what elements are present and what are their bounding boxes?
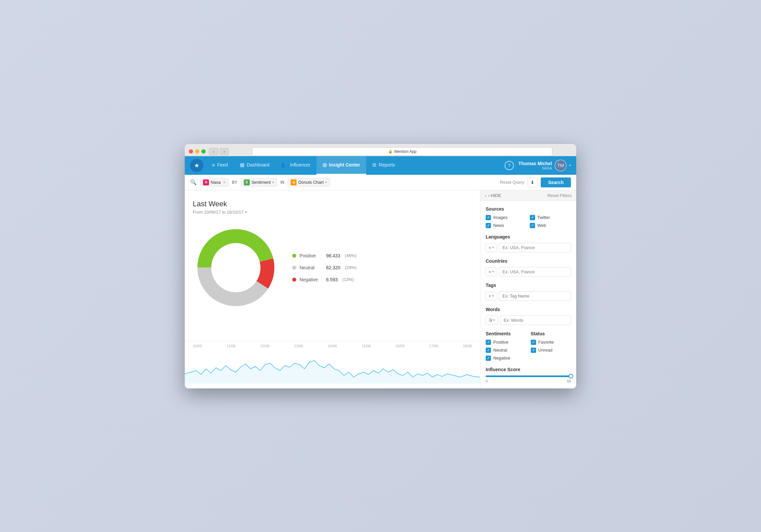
influence-score-title: Influence Score <box>486 367 571 372</box>
nav-item-label: Dashboard <box>247 162 270 167</box>
nasa-badge: N <box>203 179 209 185</box>
sources-checkboxes: Images Twitter News <box>486 215 571 228</box>
query-tag-nasa[interactable]: N Nasa × <box>200 178 229 187</box>
period-range[interactable]: From 10/06/17 to 18/10/17 ▾ <box>193 210 472 215</box>
address-text: Mention App <box>394 149 417 154</box>
reset-query-button[interactable]: Reset Query <box>500 180 524 185</box>
tags-input[interactable] <box>499 291 571 301</box>
date-6: 16/06 <box>395 344 405 348</box>
neutral-dot <box>292 266 296 270</box>
reset-filters-button[interactable]: Reset Filters <box>547 193 572 198</box>
words-input[interactable] <box>500 315 571 325</box>
status-unread[interactable]: Unread <box>531 348 571 353</box>
languages-section: Languages = ▾ <box>486 234 571 252</box>
hide-button[interactable]: › › HIDE <box>485 193 501 198</box>
nasa-label: Nasa <box>211 180 221 185</box>
web-checkbox[interactable] <box>530 223 535 228</box>
nav-item-label: Insight Center <box>329 162 360 167</box>
source-news[interactable]: News <box>486 223 527 228</box>
period-title: Last Week <box>193 200 472 208</box>
sentiments-status-row: Sentiments Positive Neutral <box>486 331 571 361</box>
status-favorite[interactable]: Favorite <box>531 340 571 345</box>
sentiment-positive-checkbox[interactable] <box>486 340 491 345</box>
nasa-close-icon[interactable]: × <box>223 180 226 185</box>
tags-op[interactable]: = ▾ <box>486 292 497 300</box>
address-bar[interactable]: 🔒 Mention App <box>252 147 552 156</box>
back-button[interactable]: ‹ <box>209 148 218 155</box>
words-op-arrow-icon: ▾ <box>493 318 495 322</box>
source-web[interactable]: Web <box>530 223 571 228</box>
nav-item-insight-center[interactable]: ◎ Insight Center <box>316 156 366 175</box>
countries-input[interactable] <box>499 267 571 277</box>
status-checkboxes: Favorite Unread <box>531 340 571 353</box>
timeline-chart <box>185 351 480 388</box>
source-images[interactable]: Images <box>486 215 527 220</box>
nav-item-influencer[interactable]: 👥 Influencer <box>275 156 316 175</box>
positive-label: Positive <box>300 253 323 258</box>
favorite-label: Favorite <box>538 340 554 345</box>
help-button[interactable]: ? <box>505 161 514 170</box>
query-tag-donuts-chart[interactable]: ◎ Donuts Chart ▾ <box>288 178 330 187</box>
positive-value: 98.433 <box>326 253 340 258</box>
influencer-icon: 👥 <box>281 162 288 168</box>
maximize-button[interactable] <box>201 149 206 154</box>
nav-right: ? Thomas Michel NASA TM ▾ <box>505 160 571 171</box>
slider-labels: 0 68 <box>486 379 571 383</box>
download-button[interactable]: ⬇ <box>527 177 537 187</box>
favorite-checkbox[interactable] <box>531 340 536 345</box>
sentiment-neutral[interactable]: Neutral <box>486 348 526 353</box>
search-icon[interactable]: 🔍 <box>190 179 197 185</box>
nav-item-dashboard[interactable]: ▦ Dashboard <box>234 156 276 175</box>
sentiment-label: Sentiment <box>251 180 271 185</box>
user-info[interactable]: Thomas Michel NASA TM ▾ <box>519 160 571 171</box>
slider-thumb[interactable] <box>569 374 573 378</box>
query-in-label: IN <box>280 180 284 185</box>
sentiment-negative-checkbox[interactable] <box>486 356 491 361</box>
tags-op-label: = <box>489 294 491 299</box>
images-checkbox[interactable] <box>486 215 491 220</box>
news-checkbox[interactable] <box>486 223 491 228</box>
hide-bar: › › HIDE Reset Filters <box>480 190 576 201</box>
traffic-lights <box>189 149 206 154</box>
tags-row: = ▾ <box>486 291 571 301</box>
right-panel: › › HIDE Reset Filters Sources Images <box>480 190 576 388</box>
timeline-area: 10/06 11/06 12/06 13/06 14/06 15/06 16/0… <box>185 341 480 388</box>
browser-nav-buttons: ‹ › <box>209 148 229 155</box>
close-button[interactable] <box>189 149 193 154</box>
chart-section: Last Week From 10/06/17 to 18/10/17 ▾ <box>185 190 480 388</box>
date-7: 17/06 <box>429 344 439 348</box>
user-text: Thomas Michel NASA <box>519 161 552 170</box>
sentiment-negative[interactable]: Negative <box>486 356 526 361</box>
countries-op-label: = <box>489 269 491 274</box>
minimize-button[interactable] <box>195 149 199 154</box>
influence-slider[interactable]: 0 68 <box>486 375 571 383</box>
sentiment-positive[interactable]: Positive <box>486 340 526 345</box>
words-op[interactable]: ∋ ▾ <box>486 316 498 325</box>
nav-item-feed[interactable]: ≡ Feed <box>206 156 234 175</box>
languages-input[interactable] <box>499 243 571 252</box>
twitter-checkbox[interactable] <box>530 215 535 220</box>
negative-label: Negative <box>300 277 323 282</box>
unread-checkbox[interactable] <box>531 348 536 353</box>
main-content: Last Week From 10/06/17 to 18/10/17 ▾ <box>185 190 576 388</box>
app-container: ★ ≡ Feed ▦ Dashboard 👥 Influencer ◎ Insi… <box>185 156 576 388</box>
search-button[interactable]: Search <box>541 177 571 187</box>
neutral-pct: (24%) <box>345 265 357 270</box>
countries-op[interactable]: = ▾ <box>486 267 497 276</box>
languages-op-arrow-icon: ▾ <box>492 246 494 249</box>
positive-dot <box>292 254 296 258</box>
sentiment-dropdown-icon: ▾ <box>272 181 274 184</box>
sentiment-neutral-checkbox[interactable] <box>486 348 491 353</box>
source-twitter[interactable]: Twitter <box>530 215 571 220</box>
tags-section: Tags = ▾ <box>486 283 571 301</box>
timeline-svg <box>185 351 480 384</box>
negative-value: 6.593 <box>326 277 338 282</box>
sources-section: Sources Images Twitter <box>486 206 571 228</box>
query-tag-sentiment[interactable]: S Sentiment ▾ <box>241 178 277 187</box>
forward-button[interactable]: › <box>220 148 229 155</box>
words-title: Words <box>486 307 571 312</box>
languages-op[interactable]: = ▾ <box>486 243 497 252</box>
nav-logo[interactable]: ★ <box>190 159 203 172</box>
nav-item-reports[interactable]: ⊞ Reports <box>366 156 401 175</box>
negative-dot <box>292 278 296 282</box>
